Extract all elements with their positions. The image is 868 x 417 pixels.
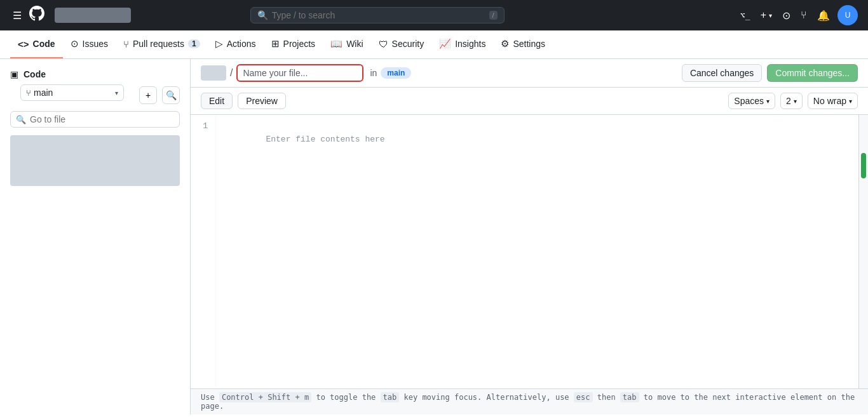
status-key-esc: esc [574, 392, 593, 402]
insights-icon: 📈 [439, 38, 451, 50]
tab-actions[interactable]: ▷ Actions [208, 30, 264, 58]
code-editor[interactable]: 1 Enter file contents here [191, 115, 868, 388]
line-number-1: 1 [198, 120, 208, 133]
notifications-button[interactable]: 🔔 [815, 7, 832, 24]
spaces-label: Spaces [734, 96, 764, 106]
wrap-selector[interactable]: No wrap ▾ [808, 93, 858, 109]
indent-size-value: 2 [786, 96, 791, 106]
commit-changes-button[interactable]: Commit changes... [767, 64, 858, 82]
repo-name-placeholder [55, 8, 131, 23]
status-text-prefix: Use [201, 393, 219, 402]
scrollbar-thumb[interactable] [861, 153, 866, 178]
scrollbar-track[interactable] [858, 115, 868, 388]
main-layout: ▣ Code ⑂ main ▾ + 🔍 🔍 [0, 59, 868, 414]
wrap-label: No wrap [813, 96, 846, 106]
status-key-tab: tab [381, 392, 400, 402]
tab-wiki[interactable]: 📖 Wiki [323, 30, 370, 58]
navbar: ☰ 🔍 / ⌥_ + ▾ ⊙ ⑂ 🔔 U [0, 0, 868, 30]
search-bar[interactable]: 🔍 / [250, 7, 505, 23]
tab-pr-label: Pull requests [133, 39, 184, 49]
status-text-mid1: to toggle the [316, 393, 380, 402]
wrap-chevron-icon: ▾ [849, 98, 852, 105]
gear-icon: ⚙ [501, 38, 509, 50]
go-to-file-search[interactable]: 🔍 [10, 111, 180, 128]
new-item-button[interactable]: + ▾ [758, 7, 775, 23]
sidebar-title: Code [24, 69, 46, 79]
branch-name: main [34, 88, 112, 98]
actions-icon: ▷ [215, 38, 223, 50]
pull-request-icon: ⑂ [123, 39, 129, 50]
status-key-tab2: tab [620, 392, 639, 402]
search-input[interactable] [272, 10, 485, 20]
branch-icon: ⑂ [26, 88, 31, 98]
tab-issues[interactable]: ⊙ Issues [63, 30, 116, 58]
tab-actions-label: Actions [227, 39, 256, 49]
branch-selector[interactable]: ⑂ main ▾ [20, 84, 124, 101]
issues-icon: ⊙ [71, 38, 79, 50]
editor-header: / in main Cancel changes Commit changes.… [191, 59, 868, 88]
edit-tab[interactable]: Edit [201, 93, 233, 109]
repo-breadcrumb-placeholder [201, 65, 226, 81]
tab-settings[interactable]: ⚙ Settings [493, 30, 553, 58]
repo-nav: <> Code ⊙ Issues ⑂ Pull requests 1 ▷ Act… [0, 30, 868, 59]
file-list-placeholder [10, 135, 180, 186]
sidebar: ▣ Code ⑂ main ▾ + 🔍 🔍 [0, 59, 191, 414]
tab-code[interactable]: <> Code [10, 31, 63, 58]
status-bar: Use Control + Shift + m to toggle the ta… [191, 388, 868, 414]
terminal-button[interactable]: ⌥_ [738, 8, 753, 23]
hamburger-button[interactable]: ☰ [10, 7, 24, 24]
indent-chevron-icon: ▾ [794, 98, 797, 105]
tab-security[interactable]: 🛡 Security [371, 31, 432, 58]
copilot-icon: ⊙ [782, 10, 790, 22]
book-icon: 📖 [330, 38, 342, 50]
status-text-mid3: then [597, 393, 620, 402]
tab-security-label: Security [392, 39, 424, 49]
plus-icon: + [761, 10, 766, 21]
code-icon: <> [18, 39, 29, 50]
in-label: in [370, 68, 377, 78]
search-file-icon: 🔍 [16, 115, 26, 124]
status-shortcut-1: Control + Shift + m [219, 392, 311, 402]
pull-requests-nav-button[interactable]: ⑂ [798, 7, 810, 23]
spaces-selector[interactable]: Spaces ▾ [728, 93, 775, 109]
breadcrumb-separator: / [230, 67, 233, 79]
hamburger-icon: ☰ [13, 10, 22, 22]
tab-code-label: Code [33, 39, 55, 49]
tab-settings-label: Settings [513, 39, 545, 49]
tab-projects[interactable]: ⊞ Projects [264, 30, 323, 58]
avatar-image: U [845, 11, 851, 20]
tab-pull-requests[interactable]: ⑂ Pull requests 1 [116, 31, 208, 58]
spaces-chevron-icon: ▾ [766, 98, 770, 105]
branch-chevron-icon: ▾ [115, 89, 118, 96]
avatar[interactable]: U [837, 5, 858, 25]
code-content-area[interactable]: Enter file contents here [216, 115, 858, 388]
projects-icon: ⊞ [271, 38, 280, 50]
tab-insights[interactable]: 📈 Insights [431, 30, 493, 58]
editor-toolbar: Edit Preview Spaces ▾ 2 ▾ No wrap ▾ [191, 88, 868, 115]
editor-area: / in main Cancel changes Commit changes.… [191, 59, 868, 414]
shield-icon: 🛡 [379, 39, 388, 50]
plus-circle-icon: + [146, 90, 151, 100]
git-pull-request-icon: ⑂ [801, 10, 807, 21]
copilot-button[interactable]: ⊙ [780, 7, 793, 24]
placeholder-text: Enter file contents here [266, 135, 384, 144]
chevron-down-icon: ▾ [769, 12, 772, 19]
indent-size-selector[interactable]: 2 ▾ [780, 93, 803, 109]
file-name-input[interactable] [236, 64, 363, 82]
github-logo [29, 6, 44, 25]
terminal-icon: ⌥_ [740, 11, 750, 20]
editor-actions: Cancel changes Commit changes... [682, 64, 858, 82]
preview-tab[interactable]: Preview [238, 93, 286, 109]
go-to-file-input[interactable] [30, 114, 174, 124]
search-file-button[interactable]: 🔍 [162, 86, 180, 104]
navbar-right-actions: ⌥_ + ▾ ⊙ ⑂ 🔔 U [738, 5, 858, 25]
line-numbers: 1 [191, 115, 216, 388]
cancel-changes-button[interactable]: Cancel changes [682, 64, 762, 82]
search-small-icon: 🔍 [166, 90, 177, 100]
bell-icon: 🔔 [817, 10, 830, 22]
add-file-button[interactable]: + [139, 86, 157, 104]
pr-badge: 1 [188, 39, 200, 48]
search-icon: 🔍 [257, 10, 268, 20]
sidebar-header: ▣ Code [0, 67, 190, 84]
tab-issues-label: Issues [83, 39, 108, 49]
